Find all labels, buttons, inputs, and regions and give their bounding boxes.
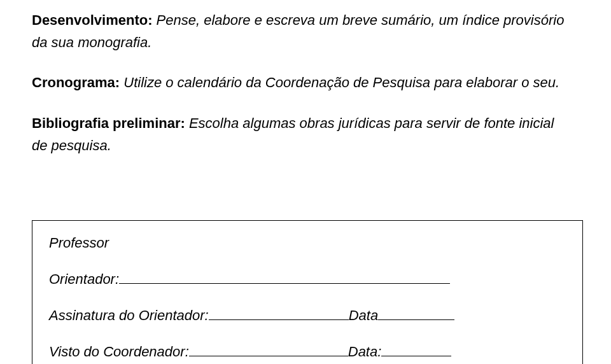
label-bibliografia: Bibliografia preliminar: <box>32 115 185 131</box>
label-orientador: Orientador: <box>49 269 119 290</box>
label-visto: Visto do Coordenador: <box>49 341 189 362</box>
label-data2: Data: <box>348 341 382 362</box>
label-cronograma: Cronograma: <box>32 74 120 90</box>
blank-data <box>378 305 454 320</box>
line-professor: Professor <box>49 232 570 253</box>
blank-visto <box>189 342 348 356</box>
line-orientador: Orientador: <box>49 269 570 290</box>
label-assinatura: Assinatura do Orientador: <box>49 305 209 326</box>
label-data: Data <box>349 305 378 326</box>
text-desenvolvimento-2: da sua monografia. <box>32 34 151 50</box>
blank-data2 <box>381 342 451 356</box>
blank-assinatura <box>209 305 349 320</box>
blank-orientador <box>119 269 450 284</box>
text-desenvolvimento-1: Pense, elabore e escreva um breve sumári… <box>153 12 565 28</box>
label-professor: Professor <box>49 232 109 253</box>
label-desenvolvimento: Desenvolvimento: <box>32 12 153 28</box>
line-assinatura: Assinatura do Orientador: Data <box>49 305 570 326</box>
paragraph-cronograma: Cronograma: Utilize o calendário da Coor… <box>32 71 579 94</box>
paragraph-bibliografia: Bibliografia preliminar: Escolha algumas… <box>32 112 579 157</box>
line-visto: Visto do Coordenador: Data: <box>49 341 570 362</box>
text-bibliografia-2: de pesquisa. <box>32 137 111 153</box>
signature-box: Professor Orientador: Assinatura do Orie… <box>32 220 583 364</box>
document-body: Desenvolvimento: Pense, elabore e escrev… <box>0 0 611 157</box>
paragraph-desenvolvimento: Desenvolvimento: Pense, elabore e escrev… <box>32 9 579 53</box>
text-cronograma: Utilize o calendário da Coordenação de P… <box>120 74 559 90</box>
text-bibliografia-1: Escolha algumas obras jurídicas para ser… <box>185 115 554 131</box>
